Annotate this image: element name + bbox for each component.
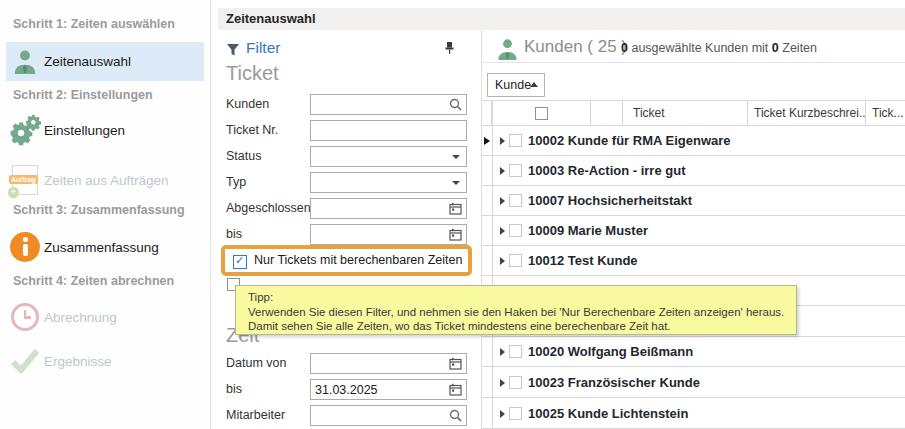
selection-summary: 0 ausgewählte Kunden mit 0 Zeiten: [621, 41, 817, 55]
kunden-input[interactable]: [315, 96, 445, 113]
person-icon: [6, 49, 44, 75]
table-row[interactable]: 10020 Wolfgang Beißmann: [482, 337, 905, 367]
row-label: 10003 Re-Action - irre gut: [528, 156, 686, 185]
column-header-empty[interactable]: [591, 100, 623, 126]
times-count: 0: [772, 41, 779, 55]
app-window: { "colors":{"accent_green":"#74a98d","ac…: [0, 0, 905, 429]
typ-input[interactable]: [315, 174, 445, 191]
row-checkbox[interactable]: [509, 407, 522, 420]
summary-text: ausgewählte Kunden mit: [631, 41, 768, 55]
column-header-checkbox[interactable]: [492, 100, 591, 126]
ticket-nr-input-box[interactable]: [310, 120, 467, 141]
row-checkbox[interactable]: [509, 224, 522, 237]
table-row[interactable]: 10012 Test Kunde: [482, 246, 905, 276]
zeit-bis-input[interactable]: [315, 381, 445, 398]
summary-text: Zeiten: [782, 41, 817, 55]
calendar-icon[interactable]: [449, 383, 462, 396]
divider: [482, 62, 905, 63]
table-row[interactable]: 10007 Hochsicherheitstakt: [482, 186, 905, 216]
filter-field-kunden: Kunden: [226, 94, 467, 115]
expand-arrow-icon[interactable]: [500, 167, 505, 175]
filter-field-zeit-bis: bis: [226, 379, 467, 400]
column-header-ticket[interactable]: Ticket: [623, 100, 748, 126]
bis-date-input[interactable]: [310, 224, 467, 245]
expand-arrow-icon[interactable]: [500, 379, 505, 387]
sidebar-item-abrechnung[interactable]: Abrechnung: [6, 297, 204, 337]
nur-tickets-checkbox[interactable]: [233, 255, 247, 269]
expand-arrow-icon[interactable]: [500, 348, 505, 356]
zeit-bis-date-input[interactable]: [310, 379, 467, 400]
filter-field-typ: Typ: [226, 172, 467, 193]
column-header-ticket-cut[interactable]: Tick...: [866, 100, 905, 126]
column-header-selector: [482, 100, 492, 126]
bis-input[interactable]: [315, 226, 445, 243]
field-label: bis: [226, 224, 242, 245]
checkbox-label: Nur Tickets mit berechenbaren Zeiten: [254, 253, 462, 267]
customers-panel-title: Kunden ( 25 ): [524, 37, 627, 57]
row-checkbox[interactable]: [509, 345, 522, 358]
calendar-icon[interactable]: [449, 202, 462, 215]
customers-icon: [496, 38, 519, 65]
chevron-down-icon[interactable]: [452, 155, 460, 159]
sidebar-item-einstellungen[interactable]: Einstellungen: [6, 110, 204, 150]
row-checkbox[interactable]: [509, 254, 522, 267]
step-header-3: Schritt 3: Zusammenfassung: [13, 203, 185, 217]
mitarbeiter-search-input[interactable]: [310, 405, 467, 426]
expand-arrow-icon[interactable]: [500, 410, 505, 418]
table-row[interactable]: 10009 Marie Muster: [482, 216, 905, 246]
calendar-icon[interactable]: [449, 228, 462, 241]
filter-field-bis: bis: [226, 224, 467, 245]
field-label: Datum von: [226, 353, 286, 374]
highlight-box: Nur Tickets mit berechenbaren Zeiten: [221, 245, 472, 276]
search-icon[interactable]: [449, 98, 462, 111]
row-checkbox[interactable]: [509, 164, 522, 177]
abgeschlossen-date-input[interactable]: [310, 198, 467, 219]
table-row[interactable]: 10002 Kunde für RMA Eigenware: [482, 126, 905, 156]
group-by-kunde-button[interactable]: Kunde: [487, 73, 545, 97]
datum-von-date-input[interactable]: [310, 353, 467, 374]
typ-dropdown[interactable]: [310, 172, 467, 193]
filter-panel-title: Filter: [246, 39, 280, 57]
ticket-section-title: Ticket: [226, 62, 279, 85]
kunden-search-input[interactable]: [310, 94, 467, 115]
field-label: bis: [226, 379, 242, 400]
row-label: 10023 Französischer Kunde: [528, 368, 700, 397]
sidebar-item-zeitenauswahl[interactable]: Zeitenauswahl: [6, 42, 204, 81]
ticket-nr-input[interactable]: [315, 122, 445, 139]
step-header-4: Schritt 4: Zeiten abrechnen: [13, 274, 174, 288]
row-label: 10009 Marie Muster: [528, 216, 648, 245]
search-icon[interactable]: [449, 409, 462, 422]
datum-von-input[interactable]: [315, 355, 445, 372]
expand-arrow-icon[interactable]: [500, 137, 505, 145]
field-label: Status: [226, 146, 261, 167]
chevron-down-icon[interactable]: [452, 181, 460, 185]
table-row[interactable]: 10003 Re-Action - irre gut: [482, 156, 905, 186]
status-input[interactable]: [315, 148, 445, 165]
info-icon: [6, 232, 44, 262]
field-label: Ticket Nr.: [226, 120, 278, 141]
abgeschlossen-input[interactable]: [315, 200, 445, 217]
row-checkbox[interactable]: [509, 376, 522, 389]
expand-arrow-icon[interactable]: [500, 197, 505, 205]
table-row[interactable]: 10025 Kunde Lichtenstein: [482, 399, 905, 429]
column-header-kurzbeschreibung[interactable]: Ticket Kurzbeschrei...: [748, 100, 866, 126]
sidebar-item-zeiten-aus-auftraegen[interactable]: Auftrag+ Zeiten aus Aufträgen: [6, 158, 204, 202]
current-row-indicator-icon: [484, 137, 490, 145]
table-row[interactable]: 10023 Französischer Kunde: [482, 368, 905, 398]
calendar-icon[interactable]: [449, 357, 462, 370]
field-label: Abgeschlossen: [226, 198, 311, 219]
order-document-icon: Auftrag+: [6, 165, 44, 195]
row-checkbox[interactable]: [509, 194, 522, 207]
sidebar-item-zusammenfassung[interactable]: Zusammenfassung: [6, 227, 204, 267]
sidebar-item-ergebnisse[interactable]: Ergebnisse: [6, 341, 204, 381]
field-label: Mitarbeiter: [226, 405, 285, 426]
select-all-checkbox[interactable]: [535, 107, 548, 120]
row-checkbox[interactable]: [509, 134, 522, 147]
expand-arrow-icon[interactable]: [500, 227, 505, 235]
pin-icon[interactable]: [444, 41, 455, 59]
expand-arrow-icon[interactable]: [500, 257, 505, 265]
filter-field-datum-von: Datum von: [226, 353, 467, 374]
sort-ascending-icon: [530, 82, 538, 87]
status-dropdown[interactable]: [310, 146, 467, 167]
mitarbeiter-input[interactable]: [315, 407, 445, 424]
